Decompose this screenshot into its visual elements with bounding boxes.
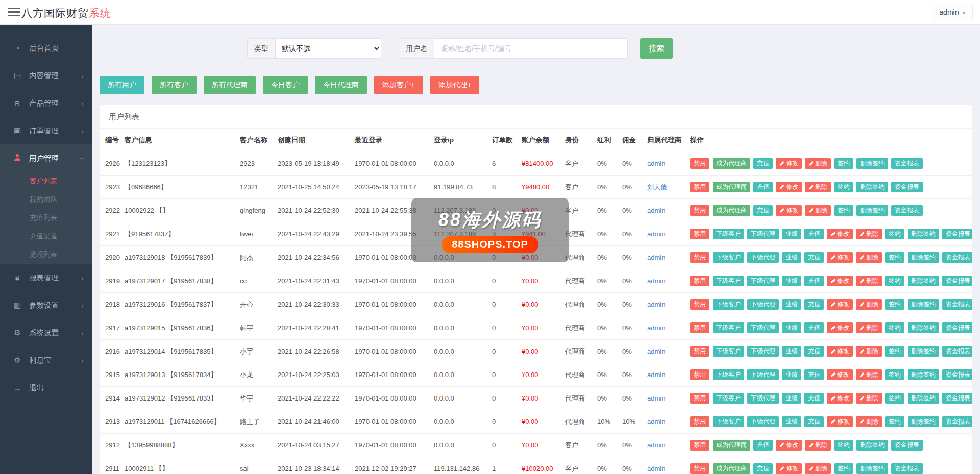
all-agents-button[interactable]: 所有代理商 (204, 76, 256, 94)
performance-action[interactable]: 业绩 (782, 252, 801, 263)
delete-sign-action[interactable]: 删除签约 (856, 463, 888, 474)
disable-action[interactable]: 禁用 (690, 393, 709, 404)
edit-action[interactable]: 修改 (827, 322, 853, 333)
sign-action[interactable]: 签约 (834, 182, 853, 192)
performance-action[interactable]: 业绩 (782, 393, 801, 404)
delete-sign-action[interactable]: 删除签约 (908, 322, 939, 333)
disable-action[interactable]: 禁用 (690, 158, 709, 169)
owner-agent-link[interactable]: admin (647, 347, 665, 355)
all-customers-button[interactable]: 所有客户 (152, 76, 197, 94)
performance-action[interactable]: 业绩 (782, 299, 801, 310)
sign-action[interactable]: 签约 (885, 299, 904, 310)
delete-action[interactable]: 删除 (856, 369, 882, 380)
edit-action[interactable]: 修改 (827, 276, 853, 286)
owner-agent-link[interactable]: admin (647, 254, 665, 261)
edit-action[interactable]: 修改 (827, 229, 853, 239)
sidebar-item-orders[interactable]: ▣订单管理› (0, 117, 92, 144)
recharge-action[interactable]: 充值 (753, 182, 773, 192)
sidebar-item-logout[interactable]: →退出 (0, 374, 92, 402)
disable-action[interactable]: 禁用 (690, 369, 709, 380)
sub-customers-action[interactable]: 下级客户 (713, 299, 744, 310)
delete-sign-action[interactable]: 删除签约 (908, 229, 939, 239)
become-agent-action[interactable]: 成为代理商 (713, 158, 750, 169)
disable-action[interactable]: 禁用 (690, 440, 709, 451)
sidebar-subitem-customer-list[interactable]: 客户列表 (0, 172, 92, 190)
sign-action[interactable]: 签约 (885, 276, 904, 286)
sub-customers-action[interactable]: 下级客户 (713, 276, 744, 286)
disable-action[interactable]: 禁用 (690, 299, 709, 310)
delete-action[interactable]: 删除 (856, 252, 882, 263)
sidebar-item-reports[interactable]: ¥报表管理› (0, 264, 92, 291)
hamburger-menu-icon[interactable] (8, 8, 20, 17)
sign-action[interactable]: 签约 (885, 393, 904, 404)
performance-action[interactable]: 业绩 (782, 346, 801, 357)
performance-action[interactable]: 业绩 (782, 369, 801, 380)
username-input[interactable] (434, 39, 627, 58)
sub-agents-action[interactable]: 下级代理 (747, 276, 779, 286)
sidebar-subitem-withdraw-list[interactable]: 提现列表 (0, 245, 92, 264)
delete-action[interactable]: 删除 (856, 322, 882, 333)
sidebar-item-users[interactable]: 用户管理› (0, 144, 92, 172)
disable-action[interactable]: 禁用 (690, 463, 709, 474)
recharge-action[interactable]: 充值 (753, 440, 773, 451)
owner-agent-link[interactable]: admin (647, 441, 665, 449)
delete-sign-action[interactable]: 删除签约 (908, 276, 939, 286)
sidebar-item-system[interactable]: ⚙系统设置› (0, 319, 92, 346)
sub-agents-action[interactable]: 下级代理 (747, 299, 779, 310)
delete-sign-action[interactable]: 删除签约 (856, 440, 888, 451)
recharge-action[interactable]: 充值 (804, 276, 824, 286)
owner-agent-link[interactable]: 刘大傻 (647, 183, 667, 191)
sign-action[interactable]: 签约 (885, 252, 904, 263)
all-users-button[interactable]: 所有用户 (100, 76, 144, 94)
funds-report-action[interactable]: 资金报表 (891, 205, 923, 216)
owner-agent-link[interactable]: admin (647, 324, 665, 332)
sub-agents-action[interactable]: 下级代理 (747, 322, 779, 333)
sub-customers-action[interactable]: 下级客户 (713, 393, 744, 404)
owner-agent-link[interactable]: admin (647, 394, 665, 402)
delete-action[interactable]: 删除 (805, 463, 831, 474)
sub-customers-action[interactable]: 下级客户 (713, 346, 744, 357)
delete-sign-action[interactable]: 删除签约 (908, 252, 939, 263)
edit-action[interactable]: 修改 (776, 182, 802, 192)
sub-agents-action[interactable]: 下级代理 (747, 252, 779, 263)
sidebar-item-dashboard[interactable]: ◔后台首页 (0, 34, 92, 62)
sign-action[interactable]: 签约 (885, 346, 904, 357)
disable-action[interactable]: 禁用 (690, 346, 709, 357)
delete-sign-action[interactable]: 删除签约 (908, 346, 939, 357)
sub-agents-action[interactable]: 下级代理 (747, 369, 779, 380)
owner-agent-link[interactable]: admin (647, 301, 665, 308)
funds-report-action[interactable]: 资金报表 (891, 182, 923, 192)
recharge-action[interactable]: 充值 (804, 299, 824, 310)
sidebar-item-product[interactable]: Ƀ产品管理› (0, 89, 92, 117)
delete-action[interactable]: 删除 (805, 440, 831, 451)
sub-agents-action[interactable]: 下级代理 (747, 416, 779, 427)
edit-action[interactable]: 修改 (827, 252, 853, 263)
disable-action[interactable]: 禁用 (690, 252, 709, 263)
delete-action[interactable]: 删除 (805, 205, 831, 216)
performance-action[interactable]: 业绩 (782, 416, 801, 427)
user-menu-button[interactable]: admin▾ (932, 4, 973, 21)
edit-action[interactable]: 修改 (827, 369, 853, 380)
funds-report-action[interactable]: 资金报表 (891, 158, 923, 169)
recharge-action[interactable]: 充值 (753, 158, 773, 169)
sign-action[interactable]: 签约 (885, 229, 904, 239)
performance-action[interactable]: 业绩 (782, 322, 801, 333)
become-agent-action[interactable]: 成为代理商 (713, 463, 750, 474)
delete-action[interactable]: 删除 (805, 158, 831, 169)
delete-action[interactable]: 删除 (856, 416, 882, 427)
disable-action[interactable]: 禁用 (690, 229, 709, 239)
funds-report-action[interactable]: 资金报表 (942, 393, 972, 404)
funds-report-action[interactable]: 资金报表 (942, 252, 972, 263)
disable-action[interactable]: 禁用 (690, 276, 709, 286)
become-agent-action[interactable]: 成为代理商 (713, 205, 750, 216)
delete-sign-action[interactable]: 删除签约 (856, 205, 888, 216)
become-agent-action[interactable]: 成为代理商 (713, 182, 750, 192)
delete-action[interactable]: 删除 (856, 229, 882, 239)
sub-customers-action[interactable]: 下级客户 (713, 229, 744, 239)
sidebar-subitem-recharge-list[interactable]: 充值列表 (0, 209, 92, 227)
sub-customers-action[interactable]: 下级客户 (713, 416, 744, 427)
owner-agent-link[interactable]: admin (647, 418, 665, 426)
disable-action[interactable]: 禁用 (690, 205, 709, 216)
recharge-action[interactable]: 充值 (804, 369, 824, 380)
sidebar-subitem-my-team[interactable]: 我的团队 (0, 190, 92, 209)
